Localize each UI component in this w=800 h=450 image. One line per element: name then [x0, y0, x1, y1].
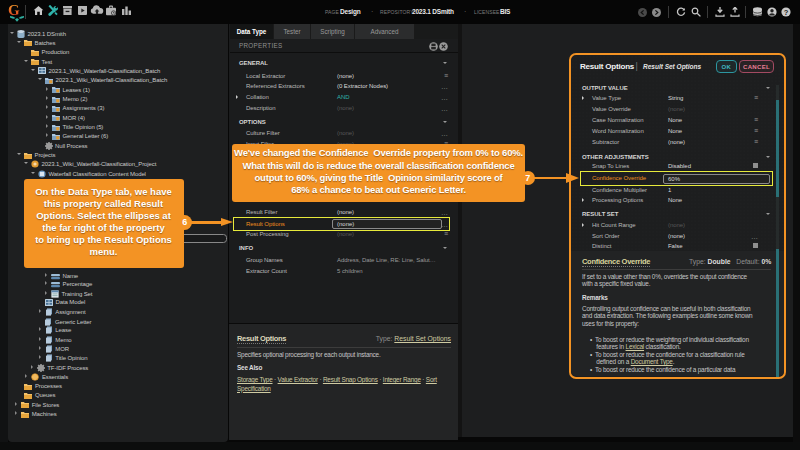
svg-text:?: ? [784, 8, 789, 17]
